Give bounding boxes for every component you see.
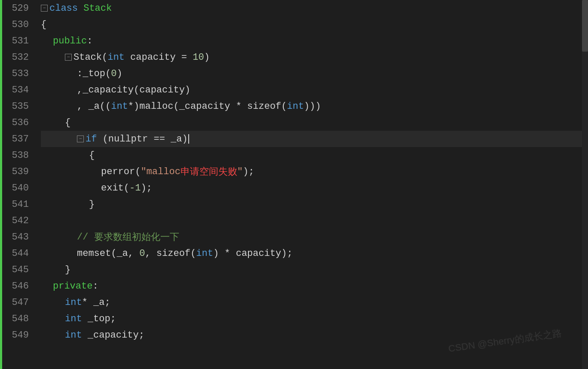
code-token: " — [237, 166, 243, 177]
line-number: 545 — [2, 261, 32, 278]
code-token: ))) — [304, 101, 321, 112]
line-number: 541 — [2, 196, 32, 212]
code-token: _capacity; — [82, 330, 144, 341]
line-number: 539 — [2, 163, 32, 180]
code-token: , sizeof( — [145, 248, 196, 259]
code-line: −Stack(int capacity = 10) — [41, 49, 588, 65]
line-number: 529 — [2, 0, 32, 16]
code-token: ) — [204, 52, 210, 63]
code-line: memset(_a, 0, sizeof(int) * capacity); — [41, 245, 588, 261]
code-token: 10 — [193, 52, 204, 63]
code-token: _top; — [82, 314, 116, 324]
code-token: "malloc — [141, 166, 180, 177]
code-token: exit( — [101, 183, 129, 194]
line-number: 531 — [2, 33, 32, 49]
code-line: int _top; — [41, 311, 588, 327]
code-token: 0 — [139, 248, 145, 259]
code-token: { — [65, 117, 70, 128]
editor-container: 5295305315325335345355365375385395405415… — [0, 0, 588, 369]
code-token: 0 — [111, 68, 116, 79]
code-token: int — [65, 330, 82, 341]
line-number: 538 — [2, 147, 32, 163]
code-line: // 要求数组初始化一下 — [41, 229, 588, 245]
code-line: perror("malloc申请空间失败"); — [41, 163, 588, 180]
code-line: −class Stack — [41, 0, 588, 16]
code-token: int — [111, 101, 128, 112]
code-line: public: — [41, 33, 588, 49]
code-token: memset(_a, — [77, 248, 139, 259]
line-number: 548 — [2, 311, 32, 327]
code-content[interactable]: −class Stack{public:−Stack(int capacity … — [37, 0, 588, 369]
line-number: 542 — [2, 212, 32, 229]
code-token: -1 — [129, 183, 141, 194]
code-token: ,_capacity(capacity) — [77, 85, 190, 95]
code-token: ); — [243, 166, 254, 177]
code-line: −if (nullptr == _a) — [41, 131, 588, 147]
code-line: } — [41, 261, 588, 278]
code-token: } — [89, 199, 95, 210]
code-token: ) — [116, 68, 122, 79]
code-line: ,_capacity(capacity) — [41, 82, 588, 98]
code-token: if — [86, 134, 97, 145]
line-number: 535 — [2, 98, 32, 114]
code-token: public — [53, 36, 87, 46]
line-number: 544 — [2, 245, 32, 261]
line-number: 540 — [2, 180, 32, 196]
code-line: int _capacity; — [41, 327, 588, 343]
code-line: { — [41, 147, 588, 163]
code-token: private — [53, 281, 92, 292]
code-token: 申请空间失败 — [181, 165, 237, 178]
line-number: 530 — [2, 16, 32, 33]
code-token: int — [65, 297, 82, 308]
code-token: :_top( — [77, 68, 111, 79]
code-token: int — [287, 101, 304, 112]
line-number: 543 — [2, 229, 32, 245]
text-cursor — [188, 134, 189, 144]
code-line: :_top(0) — [41, 65, 588, 82]
line-number: 546 — [2, 278, 32, 294]
code-token: : — [92, 281, 98, 292]
code-line: , _a((int*)malloc(_capacity * sizeof(int… — [41, 98, 588, 114]
collapse-indicator[interactable]: − — [65, 54, 72, 61]
code-line: } — [41, 196, 588, 212]
code-token: capacity = — [125, 52, 193, 63]
code-line: int* _a; — [41, 294, 588, 311]
collapse-indicator[interactable]: − — [41, 5, 48, 12]
code-token: : — [87, 36, 92, 46]
code-token: *)malloc(_capacity * sizeof( — [128, 101, 287, 112]
code-line: { — [41, 16, 588, 33]
code-line — [41, 212, 588, 229]
code-token: { — [41, 19, 46, 30]
code-token: int — [65, 314, 82, 324]
code-token: ) * capacity); — [213, 248, 293, 259]
code-token: ); — [141, 183, 152, 194]
code-area: 5295305315325335345355365375385395405415… — [0, 0, 588, 369]
line-number: 533 — [2, 65, 32, 82]
code-token: * _a; — [82, 297, 110, 308]
scrollbar-thumb[interactable] — [582, 0, 588, 52]
line-numbers: 5295305315325335345355365375385395405415… — [2, 0, 37, 369]
line-number: 549 — [2, 327, 32, 343]
code-token: int — [196, 248, 213, 259]
code-token: 要求数组初始化一下 — [94, 231, 179, 243]
line-number: 537 — [2, 131, 32, 147]
code-token: Stack — [83, 3, 112, 14]
code-token: , _a(( — [77, 101, 111, 112]
code-line: { — [41, 114, 588, 131]
code-token: (nullptr == _a) — [97, 134, 187, 145]
line-number: 534 — [2, 82, 32, 98]
code-token: // — [77, 232, 94, 243]
line-number: 547 — [2, 294, 32, 311]
code-line: exit(-1); — [41, 180, 588, 196]
code-token: perror( — [101, 166, 141, 177]
code-line: private: — [41, 278, 588, 294]
collapse-indicator[interactable]: − — [77, 135, 84, 142]
code-token: Stack( — [74, 52, 107, 63]
scrollbar[interactable] — [582, 0, 588, 369]
code-token: class — [49, 3, 83, 14]
code-token: { — [89, 150, 95, 161]
code-token: } — [65, 264, 70, 275]
line-number: 536 — [2, 114, 32, 131]
code-token: int — [107, 52, 125, 63]
line-number: 532 — [2, 49, 32, 65]
